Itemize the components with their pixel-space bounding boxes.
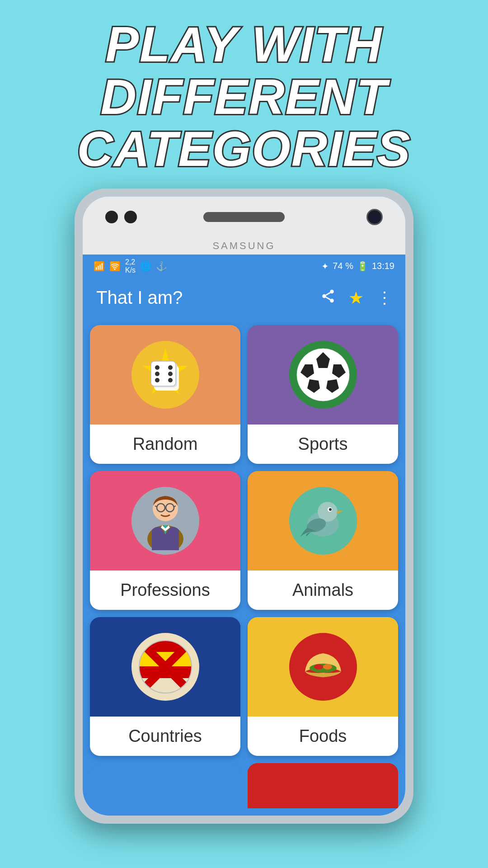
sports-card-label: Sports: [248, 425, 398, 464]
animals-card-image: [248, 471, 398, 571]
more-menu-icon[interactable]: ⋮: [376, 288, 392, 307]
professions-card-label: Professions: [90, 571, 240, 610]
countries-card-label: Countries: [90, 717, 240, 756]
partial-card-right[interactable]: [248, 763, 398, 808]
signal-icon: 📶: [94, 261, 105, 272]
svg-point-46: [323, 664, 332, 670]
foods-card-image: [248, 617, 398, 717]
svg-point-14: [168, 378, 173, 382]
banner-title: PLAY WITH DIFFERENTCATEGORIES: [27, 18, 461, 175]
svg-point-9: [155, 365, 160, 370]
animals-icon-circle: [289, 487, 357, 555]
animals-card-label: Animals: [248, 571, 398, 610]
battery-text: 74 %: [333, 261, 353, 271]
top-banner: PLAY WITH DIFFERENTCATEGORIES: [0, 0, 488, 189]
partial-bottom-row: [83, 763, 405, 816]
random-icon-circle: [131, 341, 199, 409]
sports-icon-circle: [289, 341, 357, 409]
time-text: 13:19: [372, 261, 394, 271]
svg-point-2: [330, 298, 334, 302]
category-card-animals[interactable]: Animals: [248, 471, 398, 610]
professions-icon-circle: [131, 487, 199, 555]
status-left: 📶 🛜 2,2K/s 🌐 ⚓: [94, 258, 167, 274]
svg-point-0: [330, 289, 334, 293]
foods-card-label: Foods: [248, 717, 398, 756]
app-bar: That I am? ★ ⋮: [83, 278, 405, 318]
svg-point-11: [155, 372, 160, 376]
app-title: That I am?: [96, 288, 183, 308]
phone-top-hardware: [83, 197, 405, 237]
status-bar: 📶 🛜 2,2K/s 🌐 ⚓ ✦ 74 % 🔋 13:19: [83, 255, 405, 278]
globe-icon: 🌐: [140, 261, 151, 272]
svg-point-45: [314, 664, 323, 670]
svg-line-4: [326, 292, 330, 295]
partial-card-left[interactable]: [90, 763, 240, 808]
phone-frame: SAMSUNG 📶 🛜 2,2K/s 🌐 ⚓ ✦ 74 % 🔋 13:19 Th…: [75, 189, 413, 824]
category-card-professions[interactable]: Professions: [90, 471, 240, 610]
countries-card-image: [90, 617, 240, 717]
svg-point-33: [329, 508, 332, 511]
professions-card-image: [90, 471, 240, 571]
foods-icon-circle: [289, 633, 357, 701]
svg-point-10: [168, 365, 173, 370]
share-icon[interactable]: [320, 288, 336, 307]
battery-icon: 🔋: [357, 261, 368, 272]
svg-line-3: [326, 297, 330, 300]
front-camera: [366, 209, 383, 225]
category-card-sports[interactable]: Sports: [248, 325, 398, 464]
category-card-foods[interactable]: Foods: [248, 617, 398, 756]
svg-point-13: [155, 378, 160, 382]
usb-icon: ⚓: [156, 261, 167, 272]
camera-dot-2: [124, 211, 137, 223]
sports-card-image: [248, 325, 398, 425]
svg-point-1: [322, 294, 326, 298]
random-card-image: [90, 325, 240, 425]
random-card-label: Random: [90, 425, 240, 464]
categories-grid: Random: [83, 318, 405, 763]
status-right: ✦ 74 % 🔋 13:19: [321, 261, 394, 272]
countries-icon-circle: [131, 633, 199, 701]
svg-marker-31: [337, 510, 343, 514]
app-icon-group: ★ ⋮: [320, 288, 392, 308]
data-speed: 2,2K/s: [125, 258, 136, 274]
bluetooth-icon: ✦: [321, 261, 329, 272]
svg-point-12: [168, 372, 173, 376]
star-icon[interactable]: ★: [348, 288, 364, 308]
camera-group: [105, 211, 137, 223]
brand-text: SAMSUNG: [83, 237, 405, 255]
category-card-countries[interactable]: Countries: [90, 617, 240, 756]
wifi-icon: 🛜: [109, 261, 121, 272]
camera-dot-1: [105, 211, 118, 223]
svg-point-44: [310, 664, 337, 673]
speaker: [203, 212, 285, 222]
category-card-random[interactable]: Random: [90, 325, 240, 464]
